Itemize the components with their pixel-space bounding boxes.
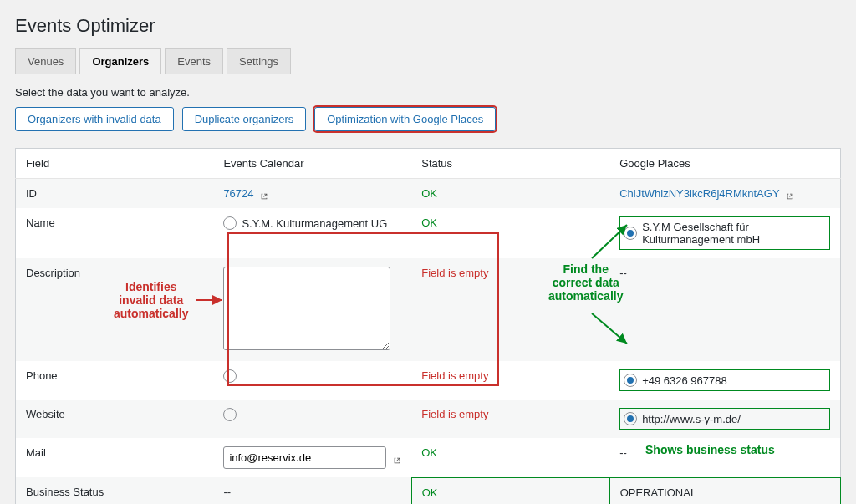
row-business-status-ec: -- [213, 477, 411, 504]
tab-events[interactable]: Events [165, 48, 223, 74]
row-business-status-status: OK [422, 486, 438, 499]
row-website-gp-radio[interactable] [624, 412, 637, 425]
external-link-icon [393, 455, 401, 463]
invalid-data-button[interactable]: Organizers with invalid data [15, 107, 174, 131]
row-id-gp-link[interactable]: ChlJtWhizNY3lkcR6j4RMkntAGY [619, 187, 794, 200]
row-mail-gp: -- [609, 438, 840, 477]
row-website-gp-value: http://www.s-y-m.de/ [642, 413, 741, 425]
instruction-text: Select the data you want to analyze. [15, 86, 841, 99]
row-phone-gp-value: +49 6326 967788 [642, 374, 727, 387]
row-id-label: ID [16, 179, 214, 209]
row-mail-label: Mail [16, 438, 214, 477]
duplicate-organizers-button[interactable]: Duplicate organizers [182, 107, 307, 131]
row-mail-status: OK [421, 446, 437, 459]
filter-buttons: Organizers with invalid data Duplicate o… [15, 107, 841, 131]
header-status: Status [411, 149, 609, 179]
row-name-ec-value: S.Y.M. Kulturmanagement UG [242, 217, 387, 230]
optimize-google-button[interactable]: Optimization with Google Places [314, 107, 496, 131]
row-business-status-gp: OPERATIONAL [609, 477, 840, 504]
row-phone-ec-radio[interactable] [223, 369, 237, 383]
row-description-status: Field is empty [421, 267, 488, 279]
tab-settings[interactable]: Settings [227, 48, 291, 74]
row-name-gp-value: S.Y.M Gesellschaft für Kulturmanagement … [642, 221, 826, 246]
row-website-status: Field is empty [421, 408, 488, 420]
row-website-label: Website [16, 400, 214, 438]
row-name-gp-radio[interactable] [624, 227, 637, 240]
row-business-status-label: Business Status [16, 477, 214, 504]
row-name-label: Name [16, 208, 214, 258]
tab-organizers[interactable]: Organizers [79, 48, 161, 74]
data-table: Field Events Calendar Status Google Plac… [15, 148, 841, 504]
row-name-ec-radio[interactable] [223, 216, 237, 230]
external-link-icon [260, 191, 268, 199]
table-wrapper: Field Events Calendar Status Google Plac… [15, 148, 841, 504]
page-title: Events Optimizer [15, 15, 841, 37]
row-website-ec-radio[interactable] [223, 408, 237, 421]
tab-bar: Venues Organizers Events Settings [15, 48, 841, 74]
row-id-status: OK [421, 187, 437, 200]
row-description-gp: -- [609, 258, 840, 361]
header-google-places: Google Places [609, 149, 840, 179]
row-phone-status: Field is empty [421, 369, 488, 382]
header-field: Field [16, 149, 214, 179]
external-link-icon [786, 191, 794, 199]
row-mail-input[interactable] [223, 446, 386, 469]
tab-venues[interactable]: Venues [15, 48, 76, 74]
row-description-textarea[interactable] [223, 267, 390, 350]
row-description-label: Description [16, 258, 214, 361]
header-events-calendar: Events Calendar [213, 149, 411, 179]
row-phone-gp-radio[interactable] [624, 374, 637, 387]
row-id-ec-link[interactable]: 76724 [223, 187, 268, 200]
row-phone-label: Phone [16, 361, 214, 400]
row-name-status: OK [421, 216, 437, 229]
